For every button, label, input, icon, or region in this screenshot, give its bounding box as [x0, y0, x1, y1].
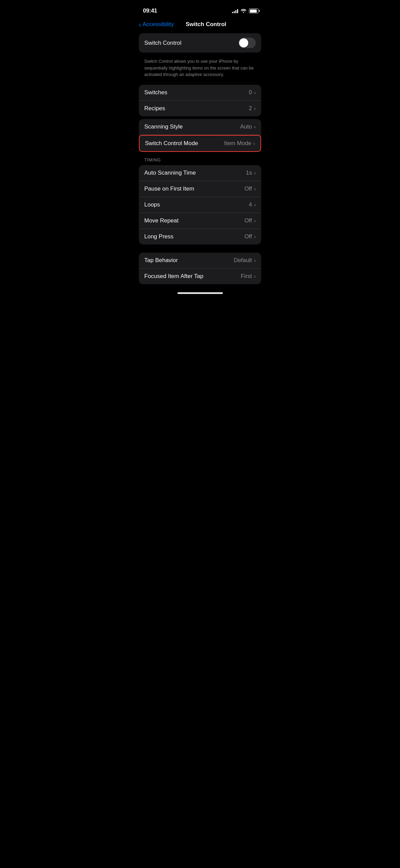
loops-chevron-icon: › — [254, 202, 256, 208]
switch-control-mode-value: Item Mode — [224, 140, 251, 147]
back-chevron-icon: ‹ — [139, 21, 141, 28]
move-repeat-right: Off › — [245, 217, 256, 224]
recipes-right: 2 › — [249, 105, 256, 112]
move-repeat-value: Off — [245, 217, 252, 224]
long-press-value: Off — [245, 233, 252, 240]
pause-on-first-item-right: Off › — [245, 185, 256, 192]
scanning-mode-group: Scanning Style Auto › Switch Control Mod… — [139, 119, 261, 152]
scanning-style-value: Auto — [240, 123, 252, 130]
switches-chevron-icon: › — [254, 90, 256, 95]
loops-label: Loops — [144, 201, 160, 208]
status-time: 09:41 — [143, 7, 157, 14]
tap-behavior-right: Default › — [234, 257, 256, 264]
battery-icon — [249, 8, 258, 13]
status-icons — [232, 8, 258, 13]
switch-control-mode-row[interactable]: Switch Control Mode Item Mode › — [139, 135, 261, 152]
focused-item-after-tap-chevron-icon: › — [254, 273, 256, 279]
auto-scanning-time-label: Auto Scanning Time — [144, 170, 196, 176]
focused-item-after-tap-right: First › — [241, 273, 256, 280]
loops-right: 4 › — [249, 201, 256, 208]
pause-on-first-item-chevron-icon: › — [254, 186, 256, 192]
timing-section-header: TIMING — [139, 152, 261, 165]
scanning-style-row[interactable]: Scanning Style Auto › — [139, 119, 261, 135]
timing-group: Auto Scanning Time 1s › Pause on First I… — [139, 165, 261, 244]
recipes-value: 2 — [249, 105, 252, 112]
switches-value: 0 — [249, 89, 252, 96]
long-press-chevron-icon: › — [254, 234, 256, 239]
page-title: Switch Control — [178, 21, 234, 28]
long-press-row[interactable]: Long Press Off › — [139, 229, 261, 244]
description-text: Switch Control allows you to use your iP… — [139, 55, 261, 85]
long-press-right: Off › — [245, 233, 256, 240]
auto-scanning-time-row[interactable]: Auto Scanning Time 1s › — [139, 165, 261, 181]
home-indicator — [133, 290, 267, 295]
main-toggle-group: Switch Control — [139, 33, 261, 53]
scanning-style-right: Auto › — [240, 123, 256, 130]
switch-control-mode-chevron-icon: › — [253, 140, 255, 146]
signal-icon — [232, 8, 238, 13]
pause-on-first-item-label: Pause on First Item — [144, 185, 194, 192]
auto-scanning-time-right: 1s › — [246, 170, 256, 176]
scanning-style-label: Scanning Style — [144, 123, 183, 130]
loops-value: 4 — [249, 201, 252, 208]
tap-behavior-value: Default — [234, 257, 252, 264]
recipes-label: Recipes — [144, 105, 165, 112]
switch-control-toggle[interactable] — [238, 38, 256, 48]
tap-behavior-label: Tap Behavior — [144, 257, 178, 264]
back-label: Accessibility — [143, 21, 174, 28]
focused-item-after-tap-row[interactable]: Focused Item After Tap First › — [139, 269, 261, 284]
move-repeat-chevron-icon: › — [254, 218, 256, 223]
content: Switch Control Switch Control allows you… — [133, 33, 267, 284]
pause-on-first-item-value: Off — [245, 185, 252, 192]
loops-row[interactable]: Loops 4 › — [139, 197, 261, 213]
tap-behavior-row[interactable]: Tap Behavior Default › — [139, 253, 261, 269]
recipes-chevron-icon: › — [254, 105, 256, 111]
focused-item-after-tap-value: First — [241, 273, 252, 280]
auto-scanning-time-value: 1s — [246, 170, 252, 176]
move-repeat-row[interactable]: Move Repeat Off › — [139, 213, 261, 229]
pause-on-first-item-row[interactable]: Pause on First Item Off › — [139, 181, 261, 197]
tap-behavior-group: Tap Behavior Default › Focused Item Afte… — [139, 253, 261, 284]
recipes-row[interactable]: Recipes 2 › — [139, 101, 261, 116]
switch-control-toggle-label: Switch Control — [144, 40, 238, 46]
switch-control-toggle-row[interactable]: Switch Control — [139, 33, 261, 53]
switches-group: Switches 0 › Recipes 2 › — [139, 85, 261, 116]
focused-item-after-tap-label: Focused Item After Tap — [144, 273, 204, 280]
scanning-style-chevron-icon: › — [254, 124, 256, 130]
switches-right: 0 › — [249, 89, 256, 96]
move-repeat-label: Move Repeat — [144, 217, 178, 224]
switch-control-mode-label: Switch Control Mode — [145, 140, 198, 147]
tap-behavior-chevron-icon: › — [254, 257, 256, 263]
nav-header: ‹ Accessibility Switch Control — [133, 18, 267, 33]
back-button[interactable]: ‹ Accessibility — [139, 21, 174, 28]
wifi-icon — [240, 8, 247, 13]
switches-row[interactable]: Switches 0 › — [139, 85, 261, 101]
status-bar: 09:41 — [133, 0, 267, 18]
home-bar — [177, 292, 223, 294]
long-press-label: Long Press — [144, 233, 173, 240]
toggle-knob — [239, 38, 248, 47]
switches-label: Switches — [144, 89, 167, 96]
auto-scanning-time-chevron-icon: › — [254, 170, 256, 176]
switch-control-mode-right: Item Mode › — [224, 140, 255, 147]
